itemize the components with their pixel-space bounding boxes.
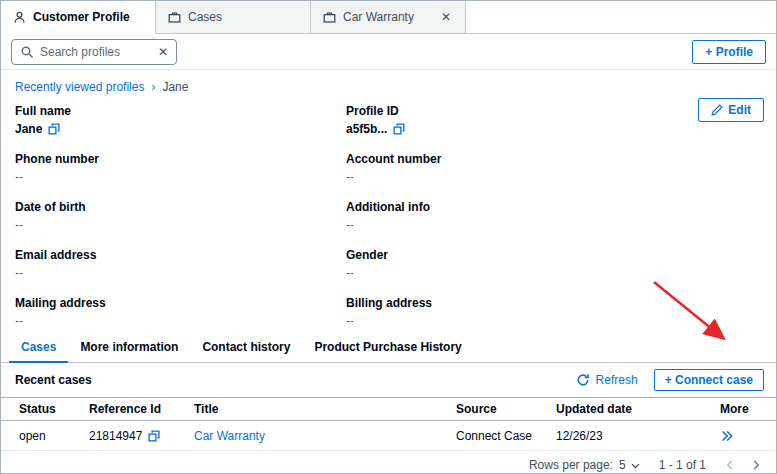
field-label: Account number [346,152,762,166]
field-email-address: Email address -- [15,248,346,280]
tab-label: Car Warranty [343,10,432,24]
refresh-button-label: Refresh [596,373,638,387]
field-value: -- [15,266,346,280]
tab-car-warranty[interactable]: Car Warranty ✕ [311,1,466,34]
edit-button-label: Edit [728,103,751,117]
rows-per-page-value: 5 [619,458,626,472]
field-billing-address: Billing address -- [346,296,762,328]
detail-tab-product-purchase-history[interactable]: Product Purchase History [302,332,473,363]
rows-per-page-label: Rows per page: [529,458,613,472]
profile-fields-grid: Full name Jane Profile ID a5f5b... [15,104,762,328]
profile-id-value: a5f5b... [346,122,387,136]
breadcrumb-separator: › [151,80,155,94]
refresh-button[interactable]: Refresh [576,373,638,387]
pagination-controls [724,459,762,471]
cell-status: open [19,429,89,443]
recent-cases-header: Recent cases Refresh + Connect case [1,363,776,397]
search-toolbar: ✕ + Profile [1,34,776,70]
column-header-source[interactable]: Source [456,402,556,416]
field-value: -- [15,218,346,232]
field-gender: Gender -- [346,248,762,280]
chevron-down-icon [630,460,641,471]
detail-tab-cases[interactable]: Cases [9,332,68,363]
rows-per-page-select[interactable]: 5 [619,458,641,472]
column-header-more: More [720,402,758,416]
field-label: Additional info [346,200,762,214]
copy-icon[interactable] [393,123,405,135]
edit-profile-button[interactable]: Edit [698,98,764,122]
profile-detail-section: Edit Full name Jane Profile ID a5f5b... [1,96,776,328]
cases-table: Status Reference Id Title Source Updated… [1,397,776,451]
search-icon [20,45,34,59]
field-value: -- [346,170,762,184]
cell-source: Connect Case [456,429,556,443]
field-date-of-birth: Date of birth -- [15,200,346,232]
full-name-value: Jane [15,122,42,136]
detail-tab-contact-history[interactable]: Contact history [190,332,302,363]
connect-case-button[interactable]: + Connect case [654,369,764,391]
field-value: -- [15,170,346,184]
field-full-name: Full name Jane [15,104,346,136]
search-box[interactable]: ✕ [11,39,177,65]
copy-icon[interactable] [48,123,60,135]
briefcase-icon [168,11,181,24]
reference-id-value: 21814947 [89,429,142,443]
person-icon [13,11,26,24]
table-header-row: Status Reference Id Title Source Updated… [1,398,776,421]
pencil-icon [711,104,723,116]
field-account-number: Account number -- [346,152,762,184]
tab-label: Customer Profile [33,10,143,24]
recent-cases-title: Recent cases [15,373,92,387]
table-pagination: Rows per page: 5 1 - 1 of 1 [1,451,776,474]
app-tab-bar: Customer Profile Cases Car Warranty ✕ [1,1,776,34]
cell-case-title-link[interactable]: Car Warranty [194,429,456,443]
column-header-updated-date[interactable]: Updated date [556,402,720,416]
agent-workspace-window: Customer Profile Cases Car Warranty ✕ ✕ … [0,0,777,474]
field-value: a5f5b... [346,122,762,136]
copy-icon[interactable] [148,430,160,442]
detail-tab-bar: Cases More information Contact history P… [1,332,776,363]
search-input[interactable] [40,45,152,59]
table-row: open 21814947 Car Warranty Connect Case … [1,421,776,451]
field-label: Gender [346,248,762,262]
breadcrumb: Recently viewed profiles › Jane [1,70,776,96]
field-phone-number: Phone number -- [15,152,346,184]
briefcase-icon [323,11,336,24]
breadcrumb-link-recently-viewed[interactable]: Recently viewed profiles [15,80,144,94]
field-value: -- [346,266,762,280]
field-additional-info: Additional info -- [346,200,762,232]
field-value: Jane [15,122,346,136]
tab-label: Cases [188,10,298,24]
tab-customer-profile[interactable]: Customer Profile [1,1,156,34]
cell-updated-date: 12/26/23 [556,429,720,443]
field-label: Billing address [346,296,762,310]
breadcrumb-current: Jane [162,80,188,94]
column-header-title[interactable]: Title [194,402,456,416]
clear-search-icon[interactable]: ✕ [158,45,168,59]
field-label: Full name [15,104,346,118]
expand-case-double-chevron-icon[interactable] [720,429,758,443]
field-label: Phone number [15,152,346,166]
pagination-range: 1 - 1 of 1 [659,458,706,472]
field-value: -- [15,314,346,328]
field-label: Date of birth [15,200,346,214]
column-header-reference-id[interactable]: Reference Id [89,402,194,416]
refresh-icon [576,373,590,387]
detail-tab-more-information[interactable]: More information [68,332,190,363]
add-profile-button[interactable]: + Profile [692,40,766,64]
next-page-icon[interactable] [750,459,762,471]
previous-page-icon[interactable] [724,459,736,471]
field-label: Email address [15,248,346,262]
cell-reference-id: 21814947 [89,429,194,443]
tab-cases[interactable]: Cases [156,1,311,34]
field-mailing-address: Mailing address -- [15,296,346,328]
field-value: -- [346,218,762,232]
field-value: -- [346,314,762,328]
rows-per-page: Rows per page: 5 [529,458,641,472]
column-header-status[interactable]: Status [19,402,89,416]
close-icon[interactable]: ✕ [439,10,453,24]
field-label: Mailing address [15,296,346,310]
